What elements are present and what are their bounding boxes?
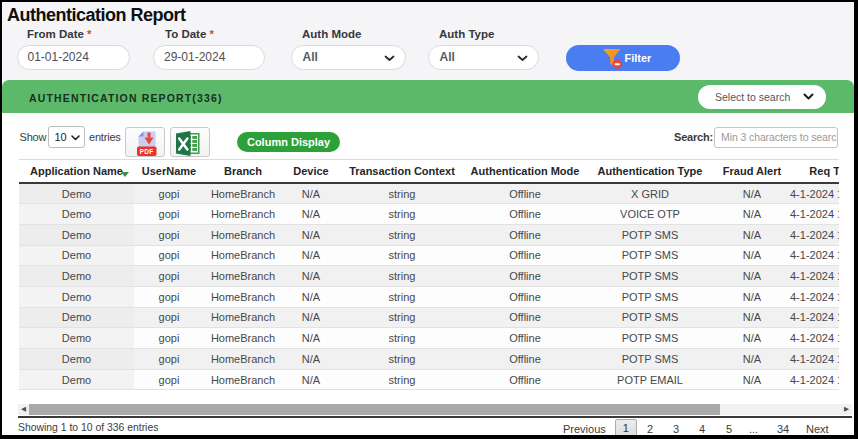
svg-text:PDF: PDF (140, 147, 154, 154)
